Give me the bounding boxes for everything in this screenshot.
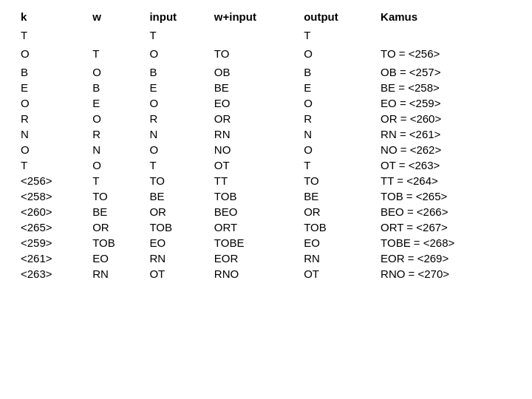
cell-0-2: T (143, 27, 208, 43)
table-row: <263>RNOTRNOOTRNO = <270> (15, 266, 517, 282)
cell-17-4: OT (298, 266, 375, 282)
col-header-kamus: Kamus (375, 7, 517, 27)
cell-10-5: OT = <263> (375, 157, 517, 173)
cell-15-1: TOB (86, 235, 143, 250)
col-header-k: k (15, 7, 86, 27)
cell-8-4: N (298, 126, 375, 142)
table-row: EBEBEEBE = <258> (15, 80, 517, 95)
cell-0-4: T (298, 27, 375, 43)
cell-13-4: OR (298, 204, 375, 219)
cell-12-4: BE (298, 188, 375, 204)
cell-11-5: TT = <264> (375, 173, 517, 188)
cell-4-2: B (143, 64, 208, 80)
cell-14-2: TOB (143, 219, 208, 235)
cell-16-3: EOR (208, 250, 298, 266)
cell-16-0: <261> (15, 250, 86, 266)
col-header-winput: w+input (208, 7, 298, 27)
table-row: <265>ORTOBORTTOBORT = <267> (15, 219, 517, 235)
cell-12-3: TOB (208, 188, 298, 204)
cell-0-0: T (15, 27, 86, 43)
cell-8-0: N (15, 126, 86, 142)
col-header-input: input (143, 7, 208, 27)
table-row: NRNRNNRN = <261> (15, 126, 517, 142)
cell-10-2: T (143, 157, 208, 173)
cell-9-3: NO (208, 142, 298, 157)
cell-6-5: EO = <259> (375, 95, 517, 111)
cell-7-2: R (143, 111, 208, 126)
cell-10-3: OT (208, 157, 298, 173)
table-row: <259>TOBEOTOBEEOTOBE = <268> (15, 235, 517, 250)
cell-13-3: BEO (208, 204, 298, 219)
table-row: OTOTOOTO = <256> (15, 46, 517, 61)
cell-8-2: N (143, 126, 208, 142)
cell-9-5: NO = <262> (375, 142, 517, 157)
table-row: <260>BEORBEOORBEO = <266> (15, 204, 517, 219)
cell-8-5: RN = <261> (375, 126, 517, 142)
cell-17-2: OT (143, 266, 208, 282)
cell-9-0: O (15, 142, 86, 157)
table-row: TTT (15, 27, 517, 43)
cell-10-0: T (15, 157, 86, 173)
cell-17-3: RNO (208, 266, 298, 282)
cell-15-5: TOBE = <268> (375, 235, 517, 250)
cell-7-0: R (15, 111, 86, 126)
cell-0-3 (208, 27, 298, 43)
cell-9-4: O (298, 142, 375, 157)
cell-4-1: O (86, 64, 143, 80)
cell-4-5: OB = <257> (375, 64, 517, 80)
cell-7-5: OR = <260> (375, 111, 517, 126)
cell-12-5: TOB = <265> (375, 188, 517, 204)
cell-5-2: E (143, 80, 208, 95)
cell-6-2: O (143, 95, 208, 111)
cell-8-1: R (86, 126, 143, 142)
cell-14-1: OR (86, 219, 143, 235)
cell-5-5: BE = <258> (375, 80, 517, 95)
cell-13-2: OR (143, 204, 208, 219)
main-table: k w input w+input output Kamus TTTOTOTOO… (15, 7, 517, 282)
cell-4-3: OB (208, 64, 298, 80)
cell-9-2: O (143, 142, 208, 157)
cell-2-5: TO = <256> (375, 46, 517, 61)
cell-5-1: B (86, 80, 143, 95)
cell-5-3: BE (208, 80, 298, 95)
cell-11-4: TO (298, 173, 375, 188)
table-row: OEOEOOEO = <259> (15, 95, 517, 111)
cell-14-4: TOB (298, 219, 375, 235)
cell-16-1: EO (86, 250, 143, 266)
cell-11-1: T (86, 173, 143, 188)
table-row: <261>EORNEORRNEOR = <269> (15, 250, 517, 266)
cell-12-2: BE (143, 188, 208, 204)
cell-6-3: EO (208, 95, 298, 111)
cell-2-2: O (143, 46, 208, 61)
cell-7-3: OR (208, 111, 298, 126)
cell-5-4: E (298, 80, 375, 95)
cell-10-4: T (298, 157, 375, 173)
cell-13-1: BE (86, 204, 143, 219)
cell-16-2: RN (143, 250, 208, 266)
table-row: ONONOONO = <262> (15, 142, 517, 157)
cell-0-1 (86, 27, 143, 43)
cell-4-0: B (15, 64, 86, 80)
table-row: <256>TTOTTTOTT = <264> (15, 173, 517, 188)
cell-15-2: EO (143, 235, 208, 250)
cell-15-4: EO (298, 235, 375, 250)
cell-11-3: TT (208, 173, 298, 188)
cell-15-0: <259> (15, 235, 86, 250)
cell-6-0: O (15, 95, 86, 111)
cell-5-0: E (15, 80, 86, 95)
cell-7-1: O (86, 111, 143, 126)
cell-13-0: <260> (15, 204, 86, 219)
cell-14-5: ORT = <267> (375, 219, 517, 235)
cell-17-0: <263> (15, 266, 86, 282)
cell-7-4: R (298, 111, 375, 126)
cell-13-5: BEO = <266> (375, 204, 517, 219)
cell-17-1: RN (86, 266, 143, 282)
table-row: TOTOTTOT = <263> (15, 157, 517, 173)
cell-2-4: O (298, 46, 375, 61)
cell-8-3: RN (208, 126, 298, 142)
table-row: <258>TOBETOBBETOB = <265> (15, 188, 517, 204)
cell-11-2: TO (143, 173, 208, 188)
col-header-w: w (86, 7, 143, 27)
cell-11-0: <256> (15, 173, 86, 188)
cell-9-1: N (86, 142, 143, 157)
